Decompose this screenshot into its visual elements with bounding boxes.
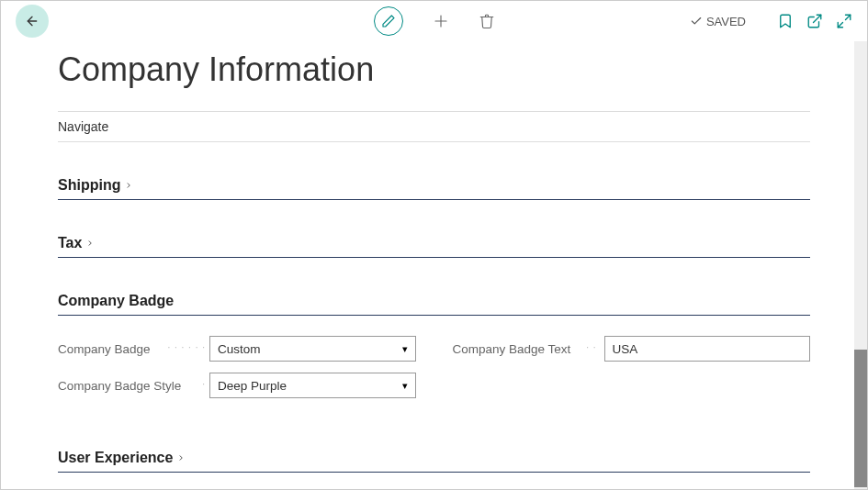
saved-indicator: SAVED [690, 15, 746, 28]
expand-button[interactable] [836, 13, 852, 29]
section-title-company-badge: Company Badge [58, 293, 174, 309]
navigate-menu[interactable]: Navigate [58, 111, 810, 142]
select-company-badge-style[interactable]: Deep Purple [209, 373, 416, 398]
section-shipping[interactable]: Shipping [58, 170, 810, 200]
chevron-right-icon [85, 238, 95, 249]
popout-button[interactable] [806, 13, 823, 29]
chevron-right-icon [176, 452, 186, 463]
section-title-tax: Tax [58, 235, 82, 251]
section-user-experience[interactable]: User Experience [58, 442, 810, 473]
svg-line-5 [838, 23, 842, 28]
bookmark-button[interactable] [777, 13, 794, 29]
delete-button[interactable] [479, 13, 495, 29]
section-company-badge[interactable]: Company Badge [58, 285, 810, 316]
popout-icon [806, 13, 823, 29]
toolbar-center-group [374, 6, 495, 36]
expand-icon [836, 13, 852, 29]
page-title: Company Information [58, 50, 810, 89]
svg-line-4 [846, 15, 851, 19]
edit-button[interactable] [374, 6, 403, 36]
check-icon [690, 15, 703, 28]
chevron-right-icon [124, 180, 133, 191]
trash-icon [479, 13, 495, 29]
plus-icon [433, 13, 449, 29]
input-company-badge-text[interactable] [604, 336, 811, 362]
section-title-shipping: Shipping [58, 177, 120, 194]
section-tax[interactable]: Tax [58, 228, 810, 258]
company-badge-form: Company Badge · · · · · · Custom Company… [58, 336, 810, 398]
label-company-badge-style: Company Badge Style · [58, 379, 209, 393]
scrollbar-thumb[interactable] [854, 350, 867, 487]
page-content: Company Information Navigate Shipping Ta… [1, 41, 867, 489]
field-company-badge: Company Badge · · · · · · Custom [58, 336, 416, 362]
toolbar-right-group: SAVED [690, 13, 852, 29]
bookmark-icon [777, 13, 794, 29]
field-company-badge-text: Company Badge Text · · [453, 336, 811, 362]
label-company-badge: Company Badge · · · · · · [58, 342, 209, 356]
select-company-badge[interactable]: Custom [209, 336, 416, 362]
new-button[interactable] [433, 13, 449, 29]
back-button[interactable] [16, 5, 49, 38]
pencil-icon [381, 14, 396, 28]
back-arrow-icon [25, 14, 39, 28]
saved-label: SAVED [706, 15, 746, 28]
field-company-badge-style: Company Badge Style · Deep Purple [58, 373, 416, 398]
top-toolbar: SAVED [1, 1, 867, 41]
label-company-badge-text: Company Badge Text · · [453, 342, 604, 356]
svg-line-3 [814, 15, 821, 22]
section-title-user-experience: User Experience [58, 450, 173, 466]
